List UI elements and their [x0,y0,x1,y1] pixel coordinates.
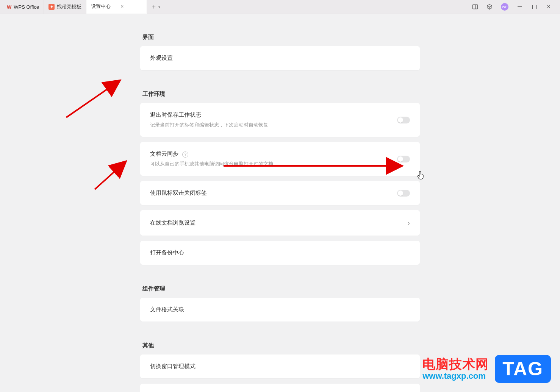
section-other-title: 其他 [142,342,420,349]
cloud-sync-toggle[interactable] [397,156,410,162]
watermark: 电脑技术网 www.tagxp.com TAG [422,355,551,383]
cloud-sync-label: 文档云同步 ? [150,150,273,158]
card-reset-default[interactable]: 恢复初始默认设置 [140,384,420,392]
svg-rect-0 [473,5,478,9]
new-tab-button[interactable]: ＋ ▾ [147,0,164,14]
window-minimize-icon[interactable] [517,4,523,10]
help-icon[interactable]: ? [182,151,188,158]
card-save-work-state[interactable]: 退出时保存工作状态 记录当前打开的标签和编辑状态，下次启动时自动恢复 [140,103,420,137]
avatar-text: WP [502,5,508,9]
save-state-desc: 记录当前打开的标签和编辑状态，下次启动时自动恢复 [150,122,268,128]
new-tab-dropdown-icon[interactable]: ▾ [158,5,160,9]
save-state-label: 退出时保存工作状态 [150,111,268,119]
doubleclick-close-label: 使用鼠标双击关闭标签 [150,189,207,197]
online-browse-label: 在线文档浏览设置 [150,219,196,226]
tab-templates[interactable]: ✦ 找稻壳模板 [44,0,86,14]
titlebar: W WPS Office ✦ 找稻壳模板 设置中心 × ＋ ▾ WP × [0,0,560,14]
cloud-sync-desc: 可以从自己的手机或其他电脑访问这台电脑打开过的文档 [150,161,273,167]
tab-home-label: WPS Office [14,4,39,10]
doubleclick-close-toggle[interactable] [397,190,410,197]
card-cloud-sync[interactable]: 文档云同步 ? 可以从自己的手机或其他电脑访问这台电脑打开过的文档 [140,142,420,176]
cloud-sync-text: 文档云同步 [150,150,178,157]
card-file-assoc[interactable]: 文件格式关联 [140,298,420,322]
appearance-label: 外观设置 [150,55,173,62]
user-avatar[interactable]: WP [501,3,508,11]
plus-icon: ＋ [151,3,157,11]
section-components-title: 组件管理 [142,285,420,292]
card-online-browse[interactable]: 在线文档浏览设置 › [140,210,420,236]
window-maximize-icon[interactable] [531,4,537,10]
watermark-en: www.tagxp.com [422,372,486,381]
window-mode-label: 切换窗口管理模式 [150,363,196,370]
card-doubleclick-close-tab[interactable]: 使用鼠标双击关闭标签 [140,181,420,205]
window-controls: WP × [472,0,558,14]
panel-icon[interactable] [472,4,478,10]
card-appearance[interactable]: 外观设置 [140,46,420,70]
window-close-icon[interactable]: × [546,4,552,10]
watermark-tag: TAG [495,355,551,383]
wps-logo-icon: W [7,4,11,10]
section-interface-title: 界面 [142,34,420,41]
tab-settings[interactable]: 设置中心 × [86,0,147,14]
section-workenv-title: 工作环境 [142,91,420,98]
tab-home[interactable]: W WPS Office [2,0,44,14]
card-backup-center[interactable]: 打开备份中心 [140,241,420,265]
settings-content: 界面 外观设置 工作环境 退出时保存工作状态 记录当前打开的标签和编辑状态，下次… [0,14,560,392]
cube-icon[interactable] [486,4,493,10]
save-state-toggle[interactable] [397,117,410,123]
chevron-right-icon: › [407,219,410,227]
close-tab-icon[interactable]: × [120,3,124,9]
tab-settings-label: 设置中心 [91,3,111,10]
card-window-mode[interactable]: 切换窗口管理模式 [140,355,420,378]
docer-icon: ✦ [48,4,55,10]
file-assoc-label: 文件格式关联 [150,306,184,313]
tab-templates-label: 找稻壳模板 [57,3,81,10]
watermark-cn: 电脑技术网 [422,357,489,371]
backup-center-label: 打开备份中心 [150,249,184,256]
